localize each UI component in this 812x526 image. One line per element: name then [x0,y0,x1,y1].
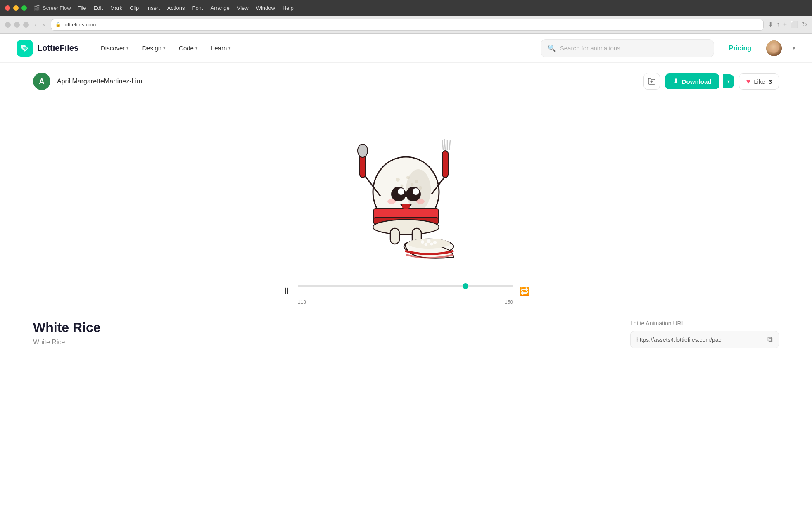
add-to-folder-button[interactable] [643,73,660,90]
titlebar: 🎬 ScreenFlow File Edit Mark Clip Insert … [0,0,812,16]
browser-minimize[interactable] [14,22,20,28]
animation-title: White Rice [33,320,597,335]
menu-view[interactable]: View [237,5,249,11]
svg-point-16 [402,204,410,209]
svg-point-17 [387,199,396,204]
download-dropdown-button[interactable]: ▾ [723,74,734,88]
menu-help[interactable]: Help [283,5,294,11]
svg-point-18 [416,199,425,204]
lottie-url-text: https://assets4.lottiefiles.com/pacl [636,336,763,343]
animation-canvas [303,105,509,279]
nav-discover[interactable]: Discover ▾ [95,41,135,55]
svg-point-34 [433,241,437,244]
logo-text: LottieFiles [37,43,78,53]
reload-icon[interactable]: ↻ [802,21,807,28]
pricing-link[interactable]: Pricing [724,41,756,55]
nav-code[interactable]: Code ▾ [173,41,204,55]
logo-link[interactable]: LottieFiles [17,40,78,57]
minimize-button[interactable] [13,5,19,11]
svg-point-4 [401,185,404,187]
back-button[interactable]: ‹ [33,20,38,29]
heart-icon: ♥ [746,77,750,86]
search-placeholder: Search for animations [560,45,620,52]
browser-maximize[interactable] [23,22,29,28]
browser-action-icons[interactable]: ⬇ ↑ + ⬜ ↻ [768,21,807,28]
svg-point-32 [421,240,424,244]
nav-links: Discover ▾ Design ▾ Code ▾ Learn ▾ [95,41,237,55]
progress-container: 118 150 [298,285,513,297]
creator-avatar[interactable]: A [33,73,50,90]
copy-url-button[interactable]: ⧉ [767,335,773,344]
browser-chrome: ‹ › 🔒 lottiefiles.com ⬇ ↑ + ⬜ ↻ [0,16,812,34]
url-text: lottiefiles.com [64,21,96,28]
close-button[interactable] [5,5,10,11]
frame-end-label: 150 [505,299,513,305]
menu-arrange[interactable]: Arrange [210,5,229,11]
window-controls[interactable] [5,5,27,11]
svg-point-12 [391,187,406,201]
bottom-info: White Rice White Rice Lottie Animation U… [0,307,812,362]
download-button[interactable]: ⬇ Download [665,73,720,89]
pause-button[interactable]: ⏸ [282,286,291,296]
like-button[interactable]: ♥ Like 3 [739,73,779,90]
new-tab-icon[interactable]: + [783,21,787,28]
rice-character-svg [340,114,472,270]
menu-actions[interactable]: Actions [167,5,185,11]
url-input-row: https://assets4.lottiefiles.com/pacl ⧉ [630,331,779,348]
user-avatar[interactable] [766,40,782,56]
app-icon: 🎬 [33,5,40,11]
progress-track[interactable] [298,285,513,287]
header-actions: ⬇ Download ▾ ♥ Like 3 [643,73,779,90]
menu-bar[interactable]: File Edit Mark Clip Insert Actions Font … [78,5,294,11]
lottiefiles-icon-svg [20,43,30,53]
tabs-icon[interactable]: ⬜ [790,21,798,28]
svg-rect-19 [390,228,399,244]
loop-icon: 🔁 [520,287,530,296]
url-section: Lottie Animation URL https://assets4.lot… [630,320,779,348]
playback-controls: ⏸ 118 150 🔁 [282,279,530,307]
address-bar[interactable]: 🔒 lottiefiles.com [51,19,764,31]
menu-font[interactable]: Font [192,5,203,11]
nav-design[interactable]: Design ▾ [136,41,171,55]
app-name: 🎬 ScreenFlow [33,5,71,11]
menu-clip[interactable]: Clip [130,5,139,11]
forward-button[interactable]: › [41,20,46,29]
fullscreen-button[interactable] [21,5,27,11]
svg-point-23 [358,144,368,157]
menu-file[interactable]: File [78,5,86,11]
search-icon: 🔍 [548,44,556,52]
svg-point-13 [406,187,421,201]
search-bar[interactable]: 🔍 Search for animations [541,39,714,57]
frame-start-label: 118 [298,299,306,305]
avatar-face [769,43,779,53]
svg-point-36 [430,243,433,246]
logo-icon [17,40,33,57]
notification-icon[interactable]: ≡ [804,5,807,11]
menu-window[interactable]: Window [256,5,275,11]
animation-title-section: White Rice White Rice [33,320,597,346]
menu-insert[interactable]: Insert [146,5,160,11]
svg-line-27 [444,139,445,150]
menu-mark[interactable]: Mark [110,5,122,11]
avatar-image [766,40,782,56]
titlebar-right: ≡ [804,5,807,11]
menu-edit[interactable]: Edit [94,5,103,11]
loop-button[interactable]: 🔁 [520,286,530,296]
svg-point-35 [425,243,427,246]
lock-icon: 🔒 [55,22,61,27]
copy-icon: ⧉ [767,335,773,344]
learn-chevron-icon: ▾ [228,45,231,51]
nav-learn[interactable]: Learn ▾ [205,41,237,55]
user-menu-chevron-icon[interactable]: ▾ [793,45,795,51]
folder-plus-icon [648,77,656,85]
svg-point-1 [396,178,400,182]
animation-header: A April MargaretteMartinez-Lim ⬇ Downloa… [0,63,812,97]
progress-thumb[interactable] [463,283,468,289]
browser-nav-controls[interactable]: ‹ › [33,20,47,29]
download-arrow-icon: ⬇ [673,78,679,85]
browser-close[interactable] [5,22,11,28]
svg-line-29 [449,140,450,150]
download-icon[interactable]: ⬇ [768,21,773,28]
share-icon[interactable]: ↑ [776,21,780,28]
creator-name: April MargaretteMartinez-Lim [57,78,142,85]
